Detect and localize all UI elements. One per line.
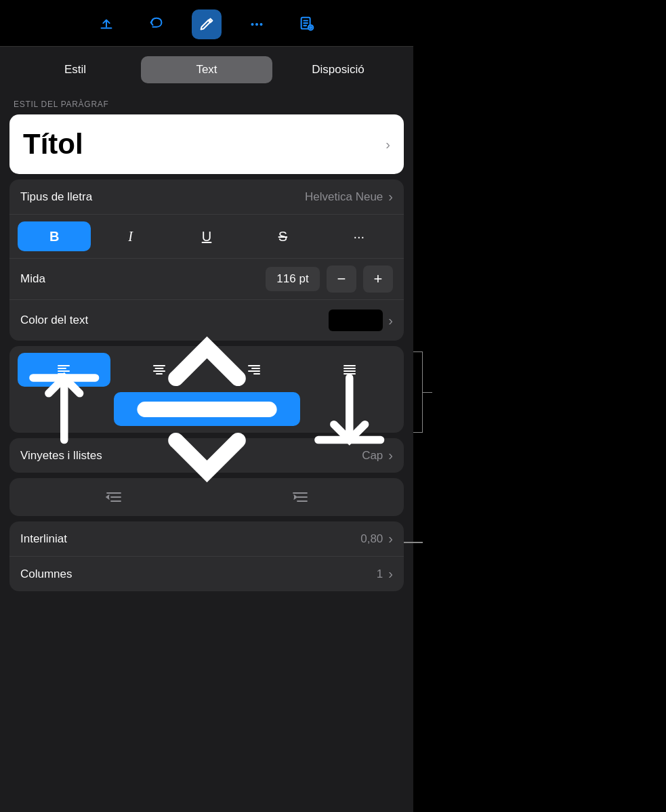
vertical-align-row — [18, 392, 396, 426]
size-row: Mida 116 pt − + — [9, 259, 404, 300]
document-icon[interactable] — [292, 9, 322, 39]
valign-middle-button[interactable] — [114, 392, 300, 426]
more-format-button[interactable]: ··· — [322, 221, 396, 251]
svg-point-2 — [259, 23, 262, 26]
line-spacing-label: Interliniat — [20, 532, 67, 546]
color-chevron: › — [388, 313, 393, 328]
color-label: Color del text — [20, 314, 88, 327]
svg-point-5 — [310, 26, 312, 28]
columns-row[interactable]: Columnes 1 › — [9, 557, 404, 591]
markup-icon[interactable] — [192, 9, 222, 39]
font-row[interactable]: Tipus de lletra Helvetica Neue › — [9, 179, 404, 215]
italic-label: I — [128, 229, 133, 244]
paragraph-style-chevron: › — [386, 137, 390, 152]
share-icon[interactable] — [91, 9, 121, 39]
more-icon[interactable] — [242, 9, 272, 39]
undo-icon[interactable] — [142, 9, 171, 39]
tab-estil[interactable]: Estil — [9, 56, 141, 83]
line-spacing-value: 0,80 — [360, 532, 383, 546]
size-value: 116 pt — [266, 267, 320, 291]
size-decrease-button[interactable]: − — [327, 265, 356, 293]
alignment-card — [9, 346, 404, 433]
columns-value: 1 — [377, 568, 383, 581]
paragraph-style-value: Títol — [23, 128, 83, 161]
size-label: Mida — [20, 272, 259, 286]
bracket-lines — [413, 351, 423, 433]
bold-label: B — [49, 229, 59, 244]
bracket-middle-tick — [423, 392, 432, 393]
more-format-label: ··· — [353, 229, 365, 244]
font-value-group: Helvetica Neue › — [305, 189, 393, 205]
font-chevron: › — [388, 189, 393, 205]
format-row: B I U S ··· — [9, 215, 404, 259]
svg-point-1 — [255, 23, 258, 26]
panel: Estil Text Disposició ESTIL DEL PARÀGRAF… — [0, 0, 413, 812]
line-spacing-value-group: 0,80 › — [360, 531, 393, 547]
strikethrough-label: S — [278, 229, 287, 244]
paragraph-style-label: ESTIL DEL PARÀGRAF — [0, 89, 413, 114]
tab-text[interactable]: Text — [141, 56, 272, 83]
toolbar — [0, 0, 413, 47]
tab-disposicio[interactable]: Disposició — [272, 56, 404, 83]
valign-bottom-button[interactable] — [303, 392, 396, 426]
font-label: Tipus de lletra — [20, 190, 92, 204]
line-spacing-chevron: › — [388, 531, 393, 547]
columns-label: Columnes — [20, 568, 72, 581]
color-swatch — [329, 309, 383, 331]
color-value-group: › — [329, 309, 393, 331]
size-increase-button[interactable]: + — [363, 265, 393, 293]
svg-point-0 — [251, 23, 253, 26]
font-value: Helvetica Neue — [305, 190, 383, 204]
bold-button[interactable]: B — [18, 221, 91, 251]
paragraph-style-row[interactable]: Títol › — [9, 114, 404, 174]
columns-value-group: 1 › — [377, 566, 393, 582]
underline-button[interactable]: U — [170, 221, 243, 251]
tab-bar: Estil Text Disposició — [0, 47, 413, 89]
valign-top-button[interactable] — [18, 392, 111, 426]
strikethrough-button[interactable]: S — [246, 221, 319, 251]
line-spacing-pointer — [404, 542, 423, 543]
italic-button[interactable]: I — [93, 221, 167, 251]
underline-label: U — [202, 229, 211, 244]
line-spacing-row[interactable]: Interliniat 0,80 › — [9, 521, 404, 557]
columns-chevron: › — [388, 566, 393, 582]
